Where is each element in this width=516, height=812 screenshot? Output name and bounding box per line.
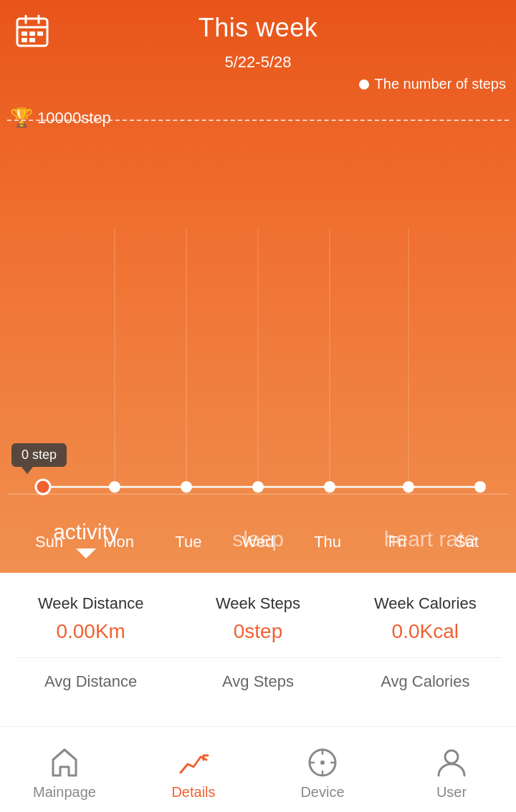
week-calories-value: 0.0Kcal bbox=[342, 620, 509, 643]
svg-rect-7 bbox=[22, 38, 27, 42]
avg-distance-item: Avg Distance bbox=[7, 672, 174, 691]
avg-steps-item: Avg Steps bbox=[174, 672, 341, 691]
tab-heart-rate[interactable]: heart rate bbox=[344, 527, 516, 551]
svg-point-30 bbox=[445, 750, 458, 763]
tab-active-indicator bbox=[76, 548, 96, 559]
goal-dashed-line bbox=[7, 120, 509, 121]
chart-area: 🏆 10000step 0 step bbox=[7, 92, 509, 573]
svg-rect-5 bbox=[29, 32, 35, 36]
tab-sleep[interactable]: sleep bbox=[172, 527, 344, 551]
tab-heart-rate-label: heart rate bbox=[384, 527, 476, 551]
week-calories-label: Week Calories bbox=[342, 594, 509, 613]
nav-mainpage[interactable]: Mainpage bbox=[0, 738, 129, 801]
avg-steps-label: Avg Steps bbox=[174, 672, 341, 691]
svg-rect-6 bbox=[37, 32, 43, 36]
steps-legend: The number of steps bbox=[0, 76, 516, 92]
week-steps-label: Week Steps bbox=[174, 594, 341, 613]
svg-point-16 bbox=[474, 481, 486, 493]
page-title: This week bbox=[199, 13, 318, 43]
nav-user[interactable]: User bbox=[387, 738, 516, 801]
avg-calories-item: Avg Calories bbox=[342, 672, 509, 691]
bottom-nav: Mainpage Details bbox=[0, 726, 516, 812]
nav-device[interactable]: Device bbox=[258, 738, 387, 801]
week-distance-value: 0.00Km bbox=[7, 620, 174, 643]
top-section: This week 5/22-5/28 The number of steps … bbox=[0, 0, 516, 573]
week-steps-item: Week Steps 0step bbox=[174, 594, 341, 643]
header: This week bbox=[0, 0, 516, 50]
week-distance-item: Week Distance 0.00Km bbox=[7, 594, 174, 643]
avg-stats-grid: Avg Distance Avg Steps Avg Calories bbox=[0, 658, 516, 698]
week-stats-grid: Week Distance 0.00Km Week Steps 0step We… bbox=[0, 573, 516, 657]
nav-details-label: Details bbox=[171, 784, 215, 801]
tab-activity[interactable]: activity bbox=[0, 520, 172, 559]
date-range: 5/22-5/28 bbox=[225, 53, 292, 72]
user-icon bbox=[434, 745, 469, 780]
date-range-row: 5/22-5/28 bbox=[0, 53, 516, 72]
trophy-icon: 🏆 bbox=[10, 107, 33, 129]
home-icon bbox=[47, 745, 82, 780]
svg-point-25 bbox=[320, 760, 325, 765]
tab-sleep-label: sleep bbox=[232, 527, 284, 551]
nav-device-label: Device bbox=[300, 784, 344, 801]
svg-rect-8 bbox=[29, 38, 35, 42]
svg-rect-4 bbox=[22, 32, 27, 36]
calendar-icon[interactable] bbox=[14, 13, 50, 52]
svg-point-10 bbox=[36, 480, 50, 494]
week-distance-label: Week Distance bbox=[7, 594, 174, 613]
nav-user-label: User bbox=[436, 784, 467, 801]
steps-legend-dot bbox=[359, 79, 369, 90]
avg-distance-label: Avg Distance bbox=[7, 672, 174, 691]
compass-icon bbox=[305, 745, 340, 780]
nav-mainpage-label: Mainpage bbox=[33, 784, 96, 801]
week-calories-item: Week Calories 0.0Kcal bbox=[342, 594, 509, 643]
nav-details[interactable]: Details bbox=[129, 738, 258, 801]
chart-svg bbox=[7, 229, 509, 516]
chart-icon bbox=[176, 745, 211, 780]
steps-legend-text: The number of steps bbox=[375, 76, 506, 92]
goal-row: 🏆 10000step bbox=[7, 107, 509, 129]
avg-calories-label: Avg Calories bbox=[342, 672, 509, 691]
week-steps-value: 0step bbox=[174, 620, 341, 643]
tab-activity-label: activity bbox=[53, 520, 119, 543]
app-container: This week 5/22-5/28 The number of steps … bbox=[0, 0, 516, 812]
tab-bar-orange: activity sleep heart rate bbox=[0, 508, 516, 573]
goal-text: 10000step bbox=[37, 109, 111, 127]
